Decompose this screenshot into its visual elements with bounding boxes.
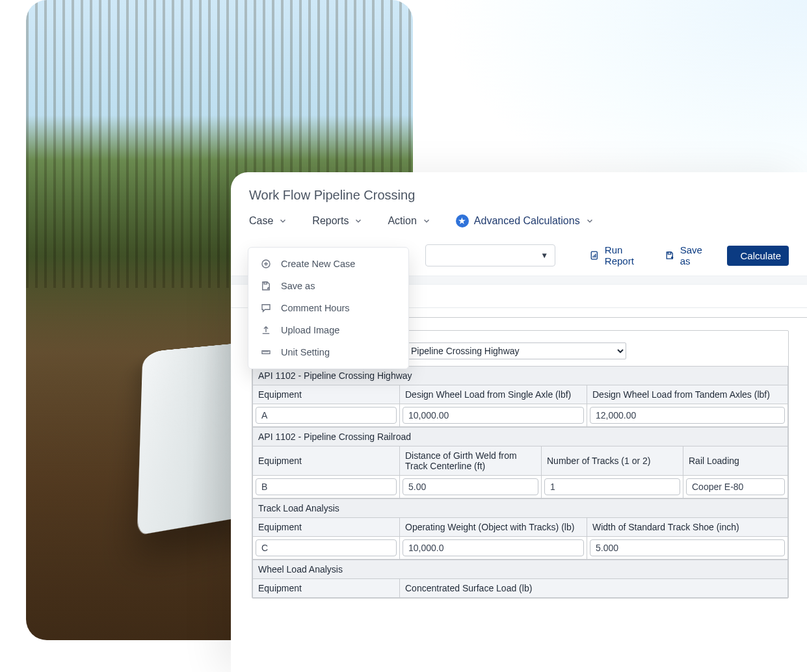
save-as-label: Save as [680,244,711,266]
chevron-down-icon [422,216,431,226]
cell [400,404,587,427]
column-header: Concentrated Surface Load (lb) [400,579,788,598]
menu-save-as[interactable]: Save as [248,275,408,297]
cell [253,476,400,498]
menu-unit-setting-label: Unit Setting [281,347,330,357]
column-header: Design Wheel Load from Tandem Axles (lbf… [587,385,788,404]
main-tabs: Case Reports Action ★ Advanced Calculati… [231,214,807,238]
tab-advanced-calculations[interactable]: ★ Advanced Calculations [456,214,594,227]
section-title: Wheel Load Analysis [253,560,788,579]
column-header: Operating Weight (Object with Tracks) (l… [400,518,587,537]
menu-comment-hours-label: Comment Hours [281,303,350,313]
chevron-down-icon [585,216,594,226]
cell [253,537,400,560]
column-header: Rail Loading [683,446,788,476]
caret-down-icon: ▼ [540,251,548,260]
equipment-section-table: API 1102 - Pipeline Crossing RailroadEqu… [252,427,788,498]
svg-rect-12 [264,282,267,284]
equipment-characteristics-fieldset: Equipment Characteristics Add Equipment … [252,330,789,599]
cell-input[interactable] [544,478,680,495]
cell [587,404,788,427]
cell-input[interactable] [403,407,584,424]
cell [253,404,400,427]
menu-upload-image-label: Upload Image [281,325,339,335]
cell [683,476,788,498]
column-header: Equipment [253,385,400,404]
save-as-icon [260,280,272,292]
cell-input[interactable] [256,539,397,556]
calculate-button[interactable]: Calculate [727,246,789,266]
menu-save-as-label: Save as [281,281,315,291]
tab-reports[interactable]: Reports [312,215,363,227]
column-header: Distance of Girth Weld from Track Center… [400,446,542,476]
tab-case-label: Case [249,215,273,227]
menu-create-new-case[interactable]: Create New Case [248,253,408,275]
app-panel: Work Flow Pipeline Crossing Case Reports… [231,172,807,672]
tab-case[interactable]: Case [249,215,287,227]
cell-input[interactable] [590,407,785,424]
save-icon [665,250,675,261]
column-header: Width of Standard Track Shoe (inch) [587,518,788,537]
ruler-icon [260,346,272,358]
menu-unit-setting[interactable]: Unit Setting [248,341,408,363]
equipment-section-table: Wheel Load AnalysisEquipmentConcentrated… [252,560,788,598]
page-title: Work Flow Pipeline Crossing [231,172,807,214]
cell [587,537,788,560]
cell [400,537,587,560]
section-title: Track Load Analysis [253,499,788,518]
equipment-sections: API 1102 - Pipeline Crossing HighwayEqui… [252,366,788,598]
upload-icon [260,324,272,336]
cell-input[interactable] [686,478,785,495]
menu-upload-image[interactable]: Upload Image [248,319,408,341]
run-report-label: Run Report [605,244,648,266]
background-gradient [352,0,807,182]
column-header: Equipment [253,446,400,476]
calculate-label: Calculate [740,250,781,261]
tab-reports-label: Reports [312,215,349,227]
report-icon [589,250,600,261]
cell [542,476,683,498]
cell-input[interactable] [403,478,538,495]
column-header: Number of Tracks (1 or 2) [542,446,683,476]
column-header: Equipment [253,518,400,537]
cell-input[interactable] [256,478,397,495]
cell-input[interactable] [403,539,584,556]
tab-advanced-label: Advanced Calculations [474,215,580,227]
cell-input[interactable] [256,407,397,424]
cell [400,476,542,498]
svg-point-2 [671,257,673,259]
cell-input[interactable] [590,539,785,556]
case-dropdown-menu: Create New Case Save as Comment Hours Up… [248,247,409,369]
comment-icon [260,302,272,314]
star-badge-icon: ★ [456,214,469,227]
save-as-button[interactable]: Save as [665,244,710,266]
svg-rect-1 [668,252,671,254]
equipment-section-table: API 1102 - Pipeline Crossing HighwayEqui… [252,366,788,427]
tab-action[interactable]: Action [388,215,430,227]
menu-create-label: Create New Case [281,259,355,269]
chevron-down-icon [354,216,363,226]
equipment-section-table: Track Load AnalysisEquipmentOperating We… [252,498,788,560]
run-report-button[interactable]: Run Report [589,244,648,266]
toolbar-combobox[interactable]: ▼ [425,244,555,266]
menu-comment-hours[interactable]: Comment Hours [248,297,408,319]
column-header: Equipment [253,579,400,598]
plus-circle-icon [260,258,272,270]
chevron-down-icon [278,216,287,226]
section-title: API 1102 - Pipeline Crossing Railroad [253,428,788,446]
tab-action-label: Action [388,215,416,227]
column-header: Design Wheel Load from Single Axle (lbf) [400,385,587,404]
